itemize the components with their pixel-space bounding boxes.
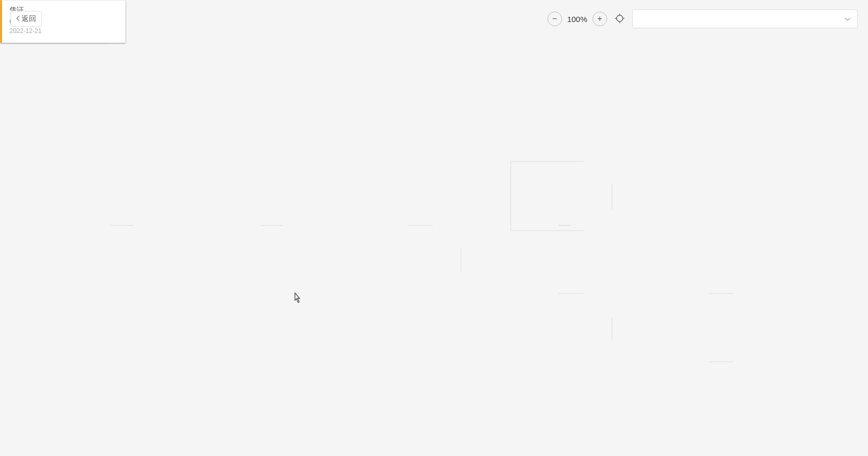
connector-lines	[0, 0, 868, 456]
chevron-left-icon	[16, 15, 20, 23]
target-icon	[614, 13, 625, 25]
filter-dropdown[interactable]	[632, 9, 858, 28]
toolbar: 返回 − 100% +	[0, 8, 868, 29]
svg-point-0	[617, 15, 623, 21]
cursor-icon	[292, 292, 301, 307]
back-label: 返回	[21, 14, 36, 24]
zoom-level: 100%	[567, 15, 587, 24]
zoom-in-button[interactable]: +	[592, 12, 607, 26]
minus-icon: −	[552, 14, 557, 24]
recenter-button[interactable]	[612, 12, 627, 26]
flow-canvas[interactable]: 购单 02212210001 2-12-21 采购订单 CGDD00002212…	[0, 0, 868, 456]
back-button[interactable]: 返回	[10, 11, 42, 27]
toolbar-right: − 100% +	[547, 9, 858, 28]
chevron-down-icon	[844, 14, 851, 24]
plus-icon: +	[597, 14, 602, 24]
zoom-out-button[interactable]: −	[547, 12, 562, 26]
